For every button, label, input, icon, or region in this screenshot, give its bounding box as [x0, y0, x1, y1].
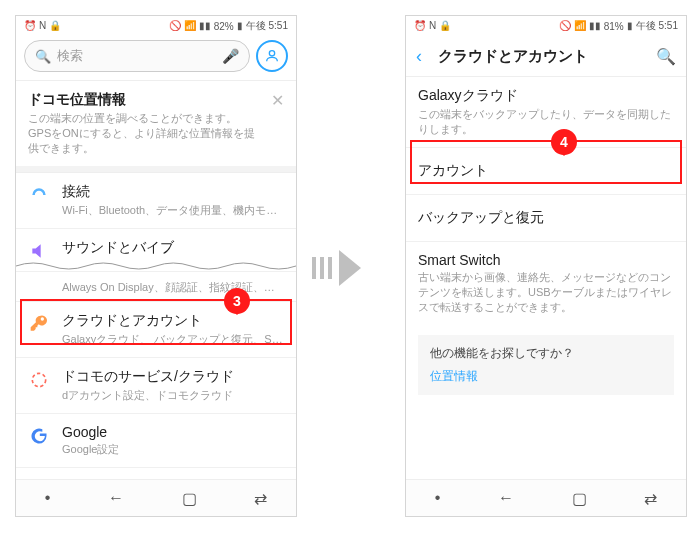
alarm-icon: ⏰	[24, 21, 36, 31]
account-avatar-button[interactable]	[256, 40, 288, 72]
transition-arrow-icon	[312, 250, 361, 286]
promo-sub: この端末の位置を調べることができます。GPSをONにすると、より詳細な位置情報を…	[28, 111, 259, 156]
settings-item-google[interactable]: Google Google設定	[16, 413, 296, 467]
promo-docomo-location[interactable]: ドコモ位置情報 この端末の位置を調べることができます。GPSをONにすると、より…	[16, 80, 296, 166]
mic-icon[interactable]: 🎤	[222, 48, 239, 64]
nav-menu-icon[interactable]: •	[45, 489, 51, 507]
settings-item-docomo[interactable]: ドコモのサービス/クラウド dアカウント設定、ドコモクラウド	[16, 357, 296, 413]
signal-icon: ▮▮	[589, 21, 601, 31]
google-icon	[28, 424, 50, 446]
search-icon[interactable]: 🔍	[656, 47, 676, 66]
settings-item-connections[interactable]: 接続 Wi-Fi、Bluetooth、データ使用量、機内モード	[16, 173, 296, 228]
status-bar: ⏰ N 🔒 🚫 📶 ▮▮ 81% ▮ 午後 5:51	[406, 16, 686, 36]
docomo-icon	[28, 368, 50, 390]
alarm-icon: ⏰	[414, 21, 426, 31]
key-icon	[28, 312, 50, 334]
nav-home-icon[interactable]: ▢	[182, 489, 197, 508]
battery-icon: ▮	[627, 21, 633, 31]
connections-icon	[28, 183, 50, 205]
battery-percent: 82%	[214, 21, 234, 32]
phone-settings-search: ⏰ N 🔒 🚫 📶 ▮▮ 82% ▮ 午後 5:51 🔍 検索 🎤	[15, 15, 297, 517]
nav-menu-icon[interactable]: •	[435, 489, 441, 507]
mute-icon: 🚫	[169, 21, 181, 31]
nav-bar: • ← ▢ ⇄	[406, 479, 686, 516]
item-smart-switch[interactable]: Smart Switch 古い端末から画像、連絡先、メッセージなどのコンテンツを…	[406, 241, 686, 325]
nav-back-icon[interactable]: ←	[498, 489, 514, 507]
more-link-location[interactable]: 位置情報	[430, 368, 662, 385]
status-bar: ⏰ N 🔒 🚫 📶 ▮▮ 82% ▮ 午後 5:51	[16, 16, 296, 36]
nav-back-icon[interactable]: ←	[108, 489, 124, 507]
settings-item-sound[interactable]: サウンドとバイブ	[16, 228, 296, 271]
svg-point-1	[32, 373, 45, 386]
item-account[interactable]: アカウント	[406, 147, 686, 194]
status-time: 午後 5:51	[246, 19, 288, 33]
page-title: クラウドとアカウント	[438, 47, 656, 66]
sound-icon	[28, 239, 50, 261]
status-time: 午後 5:51	[636, 19, 678, 33]
more-features-box: 他の機能をお探しですか？ 位置情報	[418, 335, 674, 395]
nav-recent-icon[interactable]: ⇄	[254, 489, 267, 508]
search-icon: 🔍	[35, 49, 51, 64]
battery-percent: 81%	[604, 21, 624, 32]
nav-bar: • ← ▢ ⇄	[16, 479, 296, 516]
promo-close-icon[interactable]: ✕	[271, 91, 284, 110]
nfc-icon: N	[429, 21, 436, 31]
promo-title: ドコモ位置情報	[28, 91, 259, 109]
lock-icon: 🔒	[49, 21, 61, 31]
wifi-icon: 📶	[184, 21, 196, 31]
svg-point-0	[269, 51, 274, 56]
nav-recent-icon[interactable]: ⇄	[644, 489, 657, 508]
phone-cloud-account: ⏰ N 🔒 🚫 📶 ▮▮ 81% ▮ 午後 5:51 ‹ クラウドとアカウント …	[405, 15, 687, 517]
more-question: 他の機能をお探しですか？	[430, 345, 662, 362]
settings-item-aod-partial[interactable]: Always On Display、顔認証、指紋認証、虹彩…	[16, 271, 296, 301]
search-input[interactable]: 🔍 検索 🎤	[24, 40, 250, 72]
nfc-icon: N	[39, 21, 46, 31]
search-placeholder: 検索	[57, 47, 83, 65]
back-button[interactable]: ‹	[416, 46, 438, 67]
wifi-icon: 📶	[574, 21, 586, 31]
battery-icon: ▮	[237, 21, 243, 31]
signal-icon: ▮▮	[199, 21, 211, 31]
item-backup-restore[interactable]: バックアップと復元	[406, 194, 686, 241]
item-galaxy-cloud[interactable]: Galaxyクラウド この端末をバックアップしたり、データを同期したりします。	[406, 77, 686, 147]
mute-icon: 🚫	[559, 21, 571, 31]
lock-icon: 🔒	[439, 21, 451, 31]
nav-home-icon[interactable]: ▢	[572, 489, 587, 508]
settings-item-cloud-account[interactable]: クラウドとアカウント Galaxyクラウド、 バックアップと復元、Smart…	[16, 301, 296, 357]
